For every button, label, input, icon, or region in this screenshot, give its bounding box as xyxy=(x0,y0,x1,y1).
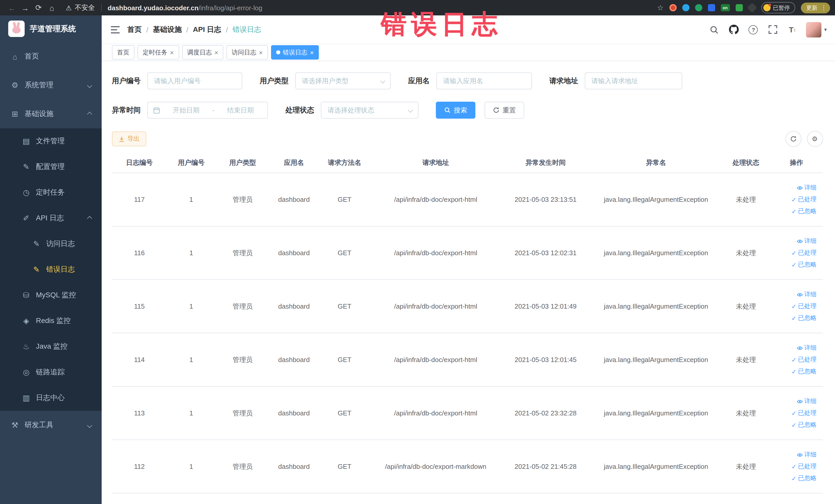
extension-icon-grid[interactable] xyxy=(708,4,715,11)
close-icon[interactable]: × xyxy=(170,49,174,56)
detail-link[interactable]: 详细 xyxy=(796,237,816,245)
mark-processed-link[interactable]: ✓ 已处理 xyxy=(791,195,816,204)
breadcrumb-infrastructure[interactable]: 基础设施 xyxy=(153,25,182,34)
sidebar-item-trace[interactable]: ◎ 链路追踪 xyxy=(0,360,102,385)
close-icon[interactable]: × xyxy=(214,49,218,56)
detail-link[interactable]: 详细 xyxy=(796,290,816,299)
browser-forward-icon[interactable]: → xyxy=(19,1,32,14)
process-status-select[interactable]: 请选择处理状态 xyxy=(321,102,419,119)
detail-link[interactable]: 详细 xyxy=(796,397,816,406)
tab-schedule-log[interactable]: 调度日志 × xyxy=(182,45,223,60)
sidebar-item-redis-monitor[interactable]: ◈ Redis 监控 xyxy=(0,308,102,334)
fullscreen-icon[interactable] xyxy=(767,24,778,35)
sidebar-item-java-monitor[interactable]: ♨ Java 监控 xyxy=(0,334,102,360)
processed-link-label: 已处理 xyxy=(798,302,816,311)
sidebar-item-scheduled-jobs[interactable]: ◷ 定时任务 xyxy=(0,180,102,205)
mark-processed-link[interactable]: ✓ 已处理 xyxy=(791,302,816,311)
mark-processed-link[interactable]: ✓ 已处理 xyxy=(791,248,816,257)
browser-reload-icon[interactable]: ⟳ xyxy=(32,1,45,14)
extension-icon-blue[interactable] xyxy=(682,4,689,11)
cell-user-id: 1 xyxy=(167,280,216,333)
sidebar-item-mysql-monitor[interactable]: ⛁ MySQL 监控 xyxy=(0,282,102,308)
search-icon[interactable] xyxy=(709,24,720,35)
tab-access-log[interactable]: 访问日志 × xyxy=(226,45,268,60)
mark-ignored-link[interactable]: ✓ 已忽略 xyxy=(791,474,816,483)
cell-exception-name: java.lang.IllegalArgumentException xyxy=(591,173,721,226)
app-logo[interactable]: 芋道管理系统 xyxy=(0,15,102,42)
browser-back-icon[interactable]: ← xyxy=(5,1,19,14)
tools-icon: ⚒ xyxy=(10,421,20,430)
browser-home-icon[interactable]: ⌂ xyxy=(45,1,59,14)
user-id-input[interactable] xyxy=(147,73,242,89)
sidebar-item-access-log[interactable]: ✎ 访问日志 xyxy=(0,231,102,257)
reset-button[interactable]: 重置 xyxy=(485,102,524,119)
app-name-input[interactable] xyxy=(436,73,532,89)
mark-processed-link[interactable]: ✓ 已处理 xyxy=(791,409,816,418)
sidebar-item-log-center[interactable]: ▥ 日志中心 xyxy=(0,385,102,411)
extension-icon-red[interactable] xyxy=(669,4,676,11)
address-bar[interactable]: dashboard.yudao.iocoder.cn /infra/log/ap… xyxy=(107,4,651,12)
bookmark-star-icon[interactable]: ☆ xyxy=(657,4,664,12)
breadcrumb-api-log[interactable]: API 日志 xyxy=(193,25,221,34)
tab-home[interactable]: 首页 xyxy=(112,45,135,60)
cell-user-id: 1 xyxy=(167,333,216,386)
sidebar-item-error-log[interactable]: ✎ 错误日志 xyxy=(0,257,102,282)
mark-ignored-link[interactable]: ✓ 已忽略 xyxy=(791,260,816,269)
close-icon[interactable]: × xyxy=(310,49,314,56)
close-icon[interactable]: × xyxy=(259,49,263,56)
sidebar-item-dev-tools[interactable]: ⚒ 研发工具 xyxy=(0,411,102,440)
extension-icon-green[interactable] xyxy=(695,4,702,11)
paused-badge[interactable]: 已暂停 xyxy=(761,2,795,13)
extension-icon-paw[interactable] xyxy=(735,4,742,11)
security-indicator[interactable]: ⚠ 不安全 xyxy=(66,3,95,12)
exception-time-range-picker[interactable]: 开始日期 - 结束日期 xyxy=(147,102,268,119)
column-settings-button[interactable]: ⚙ xyxy=(807,131,823,147)
mark-ignored-link[interactable]: ✓ 已忽略 xyxy=(791,314,816,322)
processed-link-label: 已处理 xyxy=(798,409,816,418)
sidebar-item-api-log[interactable]: ✐ API 日志 xyxy=(0,205,102,231)
detail-link[interactable]: 详细 xyxy=(796,344,816,352)
extension-on-badge[interactable]: on xyxy=(720,4,730,11)
browser-menu-icon[interactable]: ⋮ xyxy=(821,4,827,11)
log-center-icon: ▥ xyxy=(22,394,31,403)
cell-user-type: 管理员 xyxy=(216,333,269,386)
sidebar-item-home[interactable]: ⌂ 首页 xyxy=(0,42,102,71)
export-button[interactable]: 导出 xyxy=(112,132,146,146)
sidebar-item-infrastructure[interactable]: ⊞ 基础设施 xyxy=(0,100,102,128)
help-icon[interactable]: ? xyxy=(748,24,759,35)
browser-update-button[interactable]: 更新 ⋮ xyxy=(801,2,830,13)
extension-icon-pinwheel[interactable] xyxy=(747,3,757,13)
smiley-icon xyxy=(763,4,770,11)
github-icon[interactable] xyxy=(728,24,739,35)
detail-link[interactable]: 详细 xyxy=(796,450,816,459)
cell-actions: 详细 ✓ 已处理 ✓ 已忽略 xyxy=(770,226,823,280)
breadcrumb-home[interactable]: 首页 xyxy=(127,25,142,34)
search-button[interactable]: 搜索 xyxy=(436,102,475,119)
refresh-table-button[interactable] xyxy=(785,131,801,147)
col-user-type: 用户类型 xyxy=(216,153,269,173)
mark-processed-link[interactable]: ✓ 已处理 xyxy=(791,355,816,364)
request-url-input[interactable] xyxy=(585,73,682,89)
sidebar-item-config-mgmt[interactable]: ✎ 配置管理 xyxy=(0,154,102,180)
mark-processed-link[interactable]: ✓ 已处理 xyxy=(791,462,816,471)
font-size-icon[interactable]: T↕ xyxy=(787,24,798,35)
check-icon: ✓ xyxy=(791,409,796,417)
select-placeholder: 请选择用户类型 xyxy=(302,76,349,85)
filter-row-1: 用户编号 用户类型 请选择用户类型 应用名 xyxy=(112,73,823,89)
sidebar-toggle[interactable] xyxy=(102,15,122,44)
detail-link[interactable]: 详细 xyxy=(796,183,816,192)
check-icon: ✓ xyxy=(791,249,796,257)
cell-user-type: 管理员 xyxy=(216,226,269,280)
tab-scheduled-jobs[interactable]: 定时任务 × xyxy=(138,45,179,60)
sidebar-item-system-mgmt[interactable]: ⚙ 系统管理 xyxy=(0,71,102,100)
sidebar-item-file-mgmt[interactable]: ▤ 文件管理 xyxy=(0,128,102,154)
detail-link-label: 详细 xyxy=(804,397,816,406)
mark-ignored-link[interactable]: ✓ 已忽略 xyxy=(791,421,816,429)
cell-process-status: 未处理 xyxy=(721,226,770,280)
user-type-select[interactable]: 请选择用户类型 xyxy=(295,73,391,89)
tab-error-log[interactable]: 错误日志 × xyxy=(271,45,319,60)
mark-ignored-link[interactable]: ✓ 已忽略 xyxy=(791,367,816,376)
user-menu[interactable]: ▾ xyxy=(806,22,827,37)
cell-exception-time: 2021-05-03 12:01:45 xyxy=(501,333,590,386)
mark-ignored-link[interactable]: ✓ 已忽略 xyxy=(791,207,816,216)
